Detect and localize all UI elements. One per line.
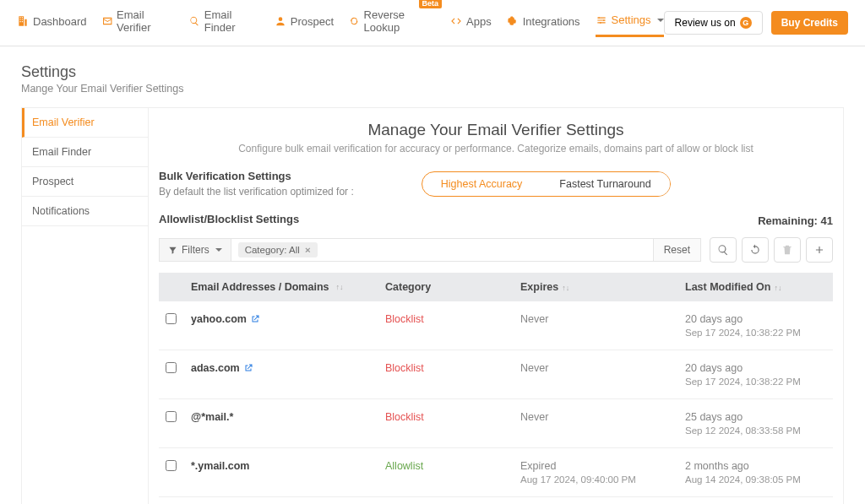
header-category[interactable]: Category [385,281,520,293]
nav-email-finder[interactable]: Email Finder [189,8,258,37]
filter-chip-category: Category: All × [238,242,318,257]
nav-apps[interactable]: Apps [450,8,492,37]
search-button[interactable] [710,237,737,263]
header-checkbox [166,281,191,293]
sort-icon: ↑↓ [562,284,569,292]
svg-point-2 [600,22,601,24]
bulk-text: Bulk Verification Settings By default th… [159,170,354,198]
integration-icon [507,15,519,27]
filter-toolbar: Filters Category: All × Reset [159,238,701,262]
content-header: Manage Your Email Verifier Settings Conf… [159,121,833,154]
nav-prospect[interactable]: Prospect [275,8,334,37]
expires-timestamp: Aug 17 2024, 09:40:00 PM [520,474,685,485]
users-icon [275,15,286,27]
cell-modified: 20 days agoSep 17 2024, 10:38:22 PM [685,313,826,338]
main-row: Email Verifier Email Finder Prospect Not… [21,107,844,504]
cell-expires: ExpiredAug 17 2024, 09:40:00 PM [520,460,685,485]
nav-label: Reverse Lookup [364,8,435,34]
settings-sidebar: Email Verifier Email Finder Prospect Not… [22,108,149,504]
modified-timestamp: Sep 17 2024, 10:38:22 PM [685,328,826,338]
g2-icon: G [740,17,752,29]
header-email[interactable]: Email Addresses / Domains↑↓ [191,281,385,293]
review-button[interactable]: Review us on G [664,11,763,35]
code-icon [450,15,462,27]
accuracy-toggle: Highest Accuracy Fastest Turnaround [422,171,671,197]
sidebar-item-email-finder[interactable]: Email Finder [22,138,148,167]
svg-point-0 [598,17,600,19]
nav-label: Apps [466,15,492,28]
caret-down-icon [657,19,664,22]
filters-button[interactable]: Filters [160,239,231,261]
allowlist-title: Allowlist/Blocklist Settings [159,213,299,225]
cell-email: @*mail.* [191,411,385,423]
remaining-count: Remaining: 41 [758,214,833,227]
header-expires[interactable]: Expires↑↓ [520,281,685,293]
sort-icon: ↑↓ [336,283,344,291]
sidebar-item-prospect[interactable]: Prospect [22,167,148,197]
table-row: *.ymail.comAllowlistExpiredAug 17 2024, … [159,448,833,497]
row-checkbox[interactable] [166,362,177,373]
sidebar-item-email-verifier[interactable]: Email Verifier [22,108,148,138]
review-label: Review us on [675,17,736,29]
bulk-title: Bulk Verification Settings [159,170,354,182]
nav-label: Email Verifier [117,8,174,34]
nav-label: Prospect [291,15,334,28]
filter-icon [168,246,177,255]
toggle-fastest-turnaround[interactable]: Fastest Turnaround [541,171,670,197]
refresh-button[interactable] [742,237,769,263]
cell-expires: Never [520,411,685,423]
sort-icon: ↑↓ [774,284,781,292]
buy-credits-button[interactable]: Buy Credits [771,11,848,35]
table-row: *.netBlocklistExpiredAug 17 2024, 09:40:… [159,497,833,504]
cell-expires: Never [520,362,685,374]
nav-integrations[interactable]: Integrations [507,8,580,37]
external-link-icon[interactable] [250,314,260,324]
cell-category: Allowlist [385,460,520,472]
reset-button[interactable]: Reset [653,239,700,261]
modified-timestamp: Sep 12 2024, 08:33:58 PM [685,425,826,436]
allowlist-table: Email Addresses / Domains↑↓ Category Exp… [159,273,833,504]
sidebar-item-notifications[interactable]: Notifications [22,197,148,226]
nav-settings[interactable]: Settings [596,8,664,37]
external-link-icon[interactable] [243,363,253,373]
nav-label: Settings [612,14,651,26]
add-button[interactable] [806,237,833,263]
nav-reverse-lookup[interactable]: Reverse Lookup Beta [349,8,435,37]
trash-icon [781,244,793,256]
search-icon [189,15,199,27]
nav-email-verifier[interactable]: Email Verifier [102,8,175,37]
row-checkbox[interactable] [166,460,177,471]
chip-container: Category: All × [231,239,653,261]
cell-expires: Never [520,313,685,325]
toolbar-right [705,237,833,263]
top-navigation: Dashboard Email Verifier Email Finder Pr… [0,0,865,46]
cell-email: *.ymail.com [191,460,385,472]
settings-icon [596,14,607,26]
page-title: Settings [21,63,844,81]
table-row: @*mail.*BlocklistNever25 days agoSep 12 … [159,399,833,448]
cell-email: yahoo.com [191,313,385,325]
cell-modified: 2 months agoAug 14 2024, 09:38:05 PM [685,460,826,485]
refresh-icon [349,15,359,27]
toggle-highest-accuracy[interactable]: Highest Accuracy [422,172,541,196]
refresh-icon [749,244,761,256]
cell-category: Blocklist [385,362,520,374]
header-modified[interactable]: Last Modified On↑↓ [685,281,826,293]
cell-modified: 20 days agoSep 17 2024, 10:38:22 PM [685,362,826,387]
filters-label: Filters [182,244,209,256]
row-checkbox[interactable] [166,313,177,324]
chip-label: Category: All [245,245,300,255]
building-icon [17,15,29,27]
chip-remove-icon[interactable]: × [305,245,311,255]
cell-category: Blocklist [385,313,520,325]
nav-dashboard[interactable]: Dashboard [17,8,87,37]
row-checkbox[interactable] [166,411,177,422]
delete-button[interactable] [774,237,801,263]
table-body: yahoo.comBlocklistNever20 days agoSep 17… [159,301,833,504]
envelope-icon [102,15,112,27]
table-row: adas.comBlocklistNever20 days agoSep 17 … [159,350,833,399]
cell-email: adas.com [191,362,385,374]
table-header: Email Addresses / Domains↑↓ Category Exp… [159,273,833,301]
cell-category: Blocklist [385,411,520,423]
plus-icon [813,244,825,256]
